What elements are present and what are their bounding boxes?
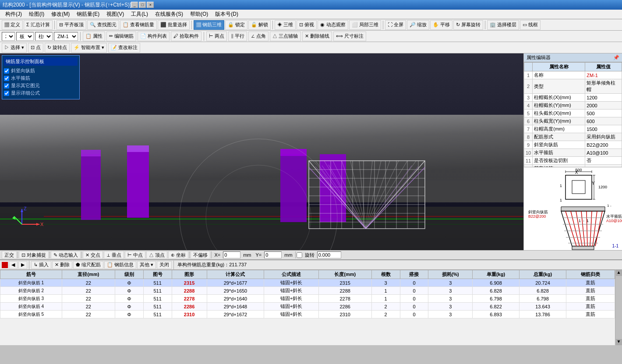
diagonal-rebar-checkbox[interactable] bbox=[4, 68, 9, 74]
lock-button[interactable]: 🔒 锁定 bbox=[225, 20, 247, 30]
table-row[interactable]: 斜坚向纵筋 3 22 Φ 511 2278 29*d+1640 锚固+斜长 22… bbox=[0, 295, 615, 303]
scroll-up[interactable]: ▲ bbox=[616, 270, 622, 276]
row-total-wt: 6.798 bbox=[520, 295, 566, 303]
next-button[interactable]: ▶ bbox=[18, 261, 27, 269]
pan-button[interactable]: ✋ 平移 bbox=[430, 20, 452, 30]
prop-row-val[interactable]: 矩形单倾角柱帽 bbox=[585, 79, 622, 94]
pick-component-button[interactable]: 🖊 拾取构件 bbox=[171, 32, 201, 41]
scroll-side[interactable]: ▲ ▼ bbox=[615, 270, 622, 345]
horizontal-rebar-checkbox[interactable] bbox=[4, 76, 9, 81]
prop-row-val[interactable]: 500 bbox=[585, 110, 622, 117]
component-id-select[interactable]: ZM-1 bbox=[54, 32, 78, 41]
component-list-button[interactable]: 📄 构件列表 bbox=[138, 32, 170, 41]
rotate-point-button[interactable]: ↻ 旋转点 bbox=[45, 43, 70, 53]
point-button[interactable]: ⊡ 点 bbox=[28, 43, 43, 53]
select-button[interactable]: ▷ 选择 ▾ bbox=[2, 43, 27, 53]
detail-formula-checkbox[interactable] bbox=[4, 91, 9, 96]
dynamic-obs-button[interactable]: ◉ 动态观察 bbox=[318, 20, 348, 30]
object-snap-button[interactable]: ⊡ 对象捕捉 bbox=[19, 251, 49, 259]
dynamic-input-button[interactable]: ✎ 动态输入 bbox=[51, 251, 81, 259]
viewport[interactable]: Z X 钢筋显示控制面板 斜竖向纵筋 水平箍筋 bbox=[0, 53, 523, 250]
prop-editor-pin[interactable]: 📌 bbox=[613, 55, 619, 60]
view-rebar-button[interactable]: 📋 查看钢筋量 bbox=[120, 20, 157, 30]
prop-row-val[interactable]: 600 bbox=[585, 117, 622, 125]
scale-rebar-button[interactable]: ⬟ 缩尺配筋 bbox=[73, 261, 103, 269]
component-sub-select[interactable]: 柱帽 bbox=[35, 32, 53, 41]
intersection-button[interactable]: ✕ 交点 bbox=[83, 251, 103, 259]
delete-aux-button[interactable]: ✕ 删除辅线 bbox=[302, 32, 332, 41]
vertex-button[interactable]: △ 顶点 bbox=[146, 251, 167, 259]
zoom-button[interactable]: 🔎 缩放 bbox=[407, 20, 429, 30]
close-panel-button[interactable]: 关闭 bbox=[157, 261, 172, 269]
calc-button[interactable]: Σ 汇总计算 bbox=[24, 20, 53, 30]
rebar-info-button[interactable]: 📋 钢筋信息 bbox=[104, 261, 136, 269]
prop-row-val[interactable]: 否 bbox=[585, 157, 622, 165]
maximize-button[interactable]: □ bbox=[139, 2, 146, 8]
x-input[interactable] bbox=[223, 251, 240, 258]
two-point-button[interactable]: ⊢ 两点 bbox=[206, 32, 227, 41]
batch-select-button[interactable]: ⬛ 批量选择 bbox=[158, 20, 190, 30]
define-button[interactable]: ▦ 定义 bbox=[2, 20, 23, 30]
local-3d-button[interactable]: ⬜ 局部三维 bbox=[349, 20, 381, 30]
modify-annot-button[interactable]: 📝 查改标注 bbox=[108, 43, 140, 53]
table-row[interactable]: 斜坚向纵筋 4 22 Φ 511 2286 29*d+1648 锚固+斜长 22… bbox=[0, 303, 615, 311]
rebar-3d-button[interactable]: ▦ 钢筋三维 bbox=[194, 20, 224, 30]
close-button[interactable]: × bbox=[147, 2, 154, 8]
smart-place-button[interactable]: ⚡ 智能布置 ▾ bbox=[71, 43, 107, 53]
prop-row-val[interactable]: 1200 bbox=[585, 94, 622, 102]
select-floor-button[interactable]: 🏢 选择楼层 bbox=[487, 20, 519, 30]
table-row[interactable]: 斜坚向纵筋 2 22 Φ 511 2288 29*d+1650 锚固+斜长 22… bbox=[0, 287, 615, 295]
table-row[interactable]: 斜坚向纵筋 5 22 Φ 511 2310 29*d+1672 锚固+斜长 23… bbox=[0, 311, 615, 318]
align-top-button[interactable]: ⊟ 平齐板顶 bbox=[57, 20, 86, 30]
no-offset-button[interactable]: 不偏移 bbox=[191, 251, 210, 259]
fullscreen-button[interactable]: ⛶ 全屏 bbox=[385, 20, 406, 30]
screen-rotate-button[interactable]: ↻ 屏幕旋转 bbox=[453, 20, 483, 30]
rotate-checkbox[interactable] bbox=[297, 252, 302, 258]
delete-row-button[interactable]: ✕ 删除 bbox=[52, 261, 72, 269]
prop-row-val[interactable]: 采用斜向纵筋 bbox=[585, 133, 622, 141]
3d-button[interactable]: ◈ 三维 bbox=[275, 20, 296, 30]
dimension-button[interactable]: ⟺ 尺寸标注 bbox=[333, 32, 366, 41]
coordinate-button[interactable]: ⊕ 坐标 bbox=[168, 251, 188, 259]
prop-row-val[interactable]: ZM-1 bbox=[585, 71, 622, 79]
y-input[interactable] bbox=[264, 251, 282, 258]
close-icon[interactable] bbox=[2, 262, 8, 268]
menu-modify[interactable]: 修改(M) bbox=[48, 10, 73, 19]
menu-tools[interactable]: 工具(L) bbox=[127, 10, 152, 19]
insert-button[interactable]: ↳ 插入 bbox=[31, 261, 51, 269]
menu-view[interactable]: 视图(V) bbox=[103, 10, 127, 19]
angle-button[interactable]: ∠ 点角 bbox=[248, 32, 269, 41]
property-button[interactable]: 📋 属性 bbox=[83, 32, 105, 41]
rebar-table-wrap[interactable]: 筋号 直径(mm) 级别 图号 图形 计算公式 公式描述 长度(mm) 根数 搭… bbox=[0, 270, 615, 345]
prop-row-val[interactable]: 1500 bbox=[585, 125, 622, 133]
orthogonal-button[interactable]: 正交 bbox=[2, 251, 17, 259]
other-button[interactable]: 其他 ▾ bbox=[137, 261, 156, 269]
midpoint-button[interactable]: ⊢ 中点 bbox=[125, 251, 145, 259]
menu-rebar[interactable]: 钢筋量(E) bbox=[73, 10, 103, 19]
three-point-aux-button[interactable]: △ 三点辅轴 bbox=[270, 32, 300, 41]
prop-row-val[interactable]: 2000 bbox=[585, 102, 622, 110]
top-view-button[interactable]: ⊡ 俯视 bbox=[297, 20, 317, 30]
prop-row-val[interactable]: B22@200 bbox=[585, 141, 622, 149]
scroll-down[interactable]: ▼ bbox=[616, 339, 622, 345]
svg-text:1: 1 bbox=[560, 184, 562, 188]
layer-select[interactable]: 2 bbox=[2, 32, 15, 41]
unlock-button[interactable]: 🔓 解锁 bbox=[248, 20, 271, 30]
menu-draw[interactable]: 绘图(I) bbox=[25, 10, 48, 19]
menu-online[interactable]: 在线服务(S) bbox=[152, 10, 187, 19]
edit-rebar-button[interactable]: ✏ 编辑钢筋 bbox=[106, 32, 136, 41]
parallel-button[interactable]: ∥ 平行 bbox=[228, 32, 247, 41]
menu-component[interactable]: 构件(J) bbox=[2, 10, 25, 19]
table-row[interactable]: 斜坚向纵筋 1 22 Φ 511 2315 29*d+1677 锚固+斜长 23… bbox=[0, 279, 615, 287]
menu-help[interactable]: 帮助(O) bbox=[187, 10, 212, 19]
menu-version[interactable]: 版本号(D) bbox=[212, 10, 242, 19]
wireframe-button[interactable]: ▭ 线框 bbox=[520, 20, 541, 30]
prop-row-val[interactable]: A10@100 bbox=[585, 149, 622, 157]
find-element-button[interactable]: 🔍 查找图元 bbox=[87, 20, 119, 30]
rotate-input[interactable] bbox=[317, 251, 341, 258]
minimize-button[interactable]: _ bbox=[131, 2, 138, 8]
prev-button[interactable]: ◀ bbox=[9, 261, 18, 269]
other-elements-checkbox[interactable] bbox=[4, 83, 9, 88]
foot-point-button[interactable]: ⊥ 垂点 bbox=[104, 251, 124, 259]
component-type-select[interactable]: 板 bbox=[16, 32, 34, 41]
